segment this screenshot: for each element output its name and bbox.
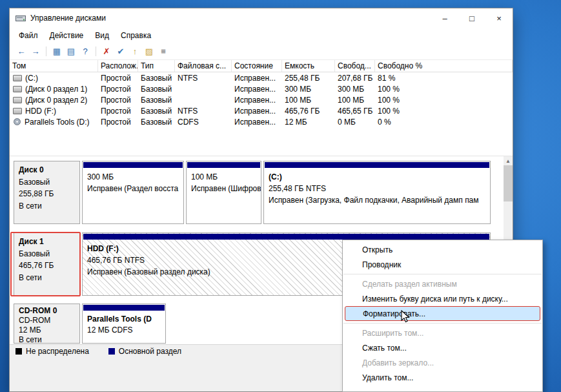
partition-header-strip bbox=[265, 162, 489, 168]
console-tree-icon[interactable]: ▦ bbox=[50, 45, 63, 58]
column-header-type[interactable]: Тип bbox=[138, 60, 175, 72]
toolbar-separator bbox=[96, 46, 96, 56]
cell-filesystem: NTFS bbox=[175, 107, 232, 116]
cell-free: 0 МБ bbox=[335, 118, 375, 127]
partition-efi[interactable]: 100 МБ Исправен (Шифров bbox=[186, 161, 261, 224]
properties-icon[interactable]: ▤ bbox=[65, 45, 77, 58]
cell-capacity: 100 МБ bbox=[282, 96, 335, 105]
partition-status: Исправен (Раздел восста bbox=[87, 183, 179, 194]
column-header-capacity[interactable]: Емкость bbox=[282, 60, 335, 72]
volume-name: (C:) bbox=[25, 74, 38, 83]
disk-info-panel[interactable]: Диск 1 Базовый 465,76 ГБ В сети bbox=[14, 232, 80, 296]
cell-layout: Простой bbox=[98, 96, 138, 105]
volume-icon bbox=[13, 75, 22, 81]
check-icon[interactable]: ✔ bbox=[114, 45, 127, 58]
menu-item-open[interactable]: Открыть bbox=[343, 242, 542, 257]
legend-swatch-primary bbox=[108, 348, 115, 355]
forward-icon[interactable]: → bbox=[29, 45, 42, 58]
disk-kind: Базовый bbox=[19, 248, 75, 260]
help-icon[interactable]: ? bbox=[79, 45, 92, 58]
partition-size: 12 МБ CDFS bbox=[87, 325, 161, 336]
cell-type: Базовый bbox=[138, 85, 175, 94]
partition-parallels[interactable]: Parallels Tools (D 12 МБ CDFS bbox=[82, 304, 166, 344]
column-header-free-pct[interactable]: Свободно % bbox=[375, 60, 513, 72]
menu-separator bbox=[343, 323, 542, 324]
volume-icon bbox=[13, 86, 22, 92]
volume-icon bbox=[13, 108, 22, 114]
cell-capacity: 12 МБ bbox=[282, 118, 335, 127]
partition-header-strip bbox=[83, 305, 165, 311]
cell-layout: Простой bbox=[98, 85, 138, 94]
minimize-button[interactable]: – bbox=[431, 8, 458, 28]
disk-info-panel[interactable]: Диск 0 Базовый 255,88 ГБ В сети bbox=[14, 161, 80, 224]
column-header-free[interactable]: Свобод... bbox=[335, 60, 375, 72]
column-header-layout[interactable]: Располож... bbox=[98, 60, 138, 72]
desktop-background: Управление дисками – □ × Файл Действие В… bbox=[0, 0, 561, 392]
menu-help[interactable]: Справка bbox=[115, 29, 157, 42]
toolbar: ← → ▦ ▤ ? ✗ ✔ ↑ ▨ ≡ bbox=[10, 43, 513, 60]
cell-type: Базовый bbox=[138, 74, 175, 83]
menu-item-explorer[interactable]: Проводник bbox=[343, 257, 542, 272]
partition-recovery[interactable]: 300 МБ Исправен (Раздел восста bbox=[82, 161, 184, 224]
volume-name: (Диск 0 раздел 2) bbox=[25, 96, 87, 105]
column-header-filesystem[interactable]: Файловая с... bbox=[175, 60, 232, 72]
table-row[interactable]: Parallels Tools (D:) Простой Базовый CDF… bbox=[10, 116, 513, 127]
legend-swatch-unallocated bbox=[15, 348, 22, 355]
cell-status: Исправен... bbox=[232, 85, 282, 94]
cell-status: Исправен... bbox=[232, 118, 282, 127]
menu-view[interactable]: Вид bbox=[89, 29, 115, 42]
cell-status: Исправен... bbox=[232, 107, 282, 116]
column-header-volume[interactable]: Том bbox=[10, 60, 98, 72]
cell-status: Исправен... bbox=[232, 96, 282, 105]
disk-status: В сети bbox=[19, 335, 75, 345]
menu-item-delete-volume[interactable]: Удалить том... bbox=[343, 370, 542, 385]
volume-name: HDD (F:) bbox=[25, 107, 56, 116]
partition-title: Parallels Tools (D bbox=[87, 314, 161, 325]
mouse-cursor bbox=[401, 310, 410, 325]
volume-list-header: Том Располож... Тип Файловая с... Состоя… bbox=[10, 60, 513, 72]
menu-item-change-letter[interactable]: Изменить букву диска или путь к диску... bbox=[343, 291, 542, 306]
scroll-up-icon[interactable]: ▲ bbox=[504, 156, 513, 165]
menu-bar: Файл Действие Вид Справка bbox=[10, 28, 513, 43]
menu-item-format[interactable]: Форматировать... bbox=[345, 306, 540, 321]
partition-status: Исправен (Шифров bbox=[191, 183, 256, 194]
up-arrow-icon[interactable]: ↑ bbox=[128, 45, 141, 58]
list-icon[interactable]: ≡ bbox=[157, 45, 170, 58]
back-icon[interactable]: ← bbox=[15, 45, 28, 58]
cell-filesystem: CDFS bbox=[175, 118, 232, 127]
column-header-status[interactable]: Состояние bbox=[232, 60, 282, 72]
titlebar: Управление дисками – □ × bbox=[10, 8, 513, 28]
delete-icon[interactable]: ✗ bbox=[100, 45, 113, 58]
volume-list: Том Располож... Тип Файловая с... Состоя… bbox=[10, 60, 513, 127]
menu-action[interactable]: Действие bbox=[44, 29, 90, 42]
cell-capacity: 465,76 ГБ bbox=[282, 107, 335, 116]
table-row[interactable]: (C:) Простой Базовый NTFS Исправен... 25… bbox=[10, 72, 513, 83]
cell-free-pct: 0 % bbox=[375, 118, 513, 127]
table-row[interactable]: (Диск 0 раздел 1) Простой Базовый Исправ… bbox=[10, 83, 513, 94]
cell-type: Базовый bbox=[138, 118, 175, 127]
menu-file[interactable]: Файл bbox=[13, 29, 44, 42]
app-icon bbox=[15, 14, 26, 23]
legend-label: Основной раздел bbox=[119, 347, 181, 356]
folder-icon[interactable]: ▨ bbox=[143, 45, 156, 58]
window-controls: – □ × bbox=[431, 8, 513, 28]
disk-kind: Базовый bbox=[19, 176, 75, 189]
volume-name: Parallels Tools (D:) bbox=[25, 118, 89, 127]
table-row[interactable]: (Диск 0 раздел 2) Простой Базовый Исправ… bbox=[10, 94, 513, 105]
cell-free-pct: 100 % bbox=[375, 96, 513, 105]
partition-size: 255,48 ГБ NTFS bbox=[269, 183, 485, 194]
scrollbar-thumb[interactable] bbox=[504, 165, 513, 201]
menu-item-shrink[interactable]: Сжать том... bbox=[343, 340, 542, 355]
disk-kind: CD-ROM bbox=[19, 316, 75, 325]
legend-label: Не распределена bbox=[26, 347, 89, 356]
partition-c[interactable]: (C:) 255,48 ГБ NTFS Исправен (Загрузка, … bbox=[263, 161, 491, 224]
disk-info-panel[interactable]: CD-ROM 0 CD-ROM 12 МБ В сети bbox=[14, 304, 80, 344]
close-button[interactable]: × bbox=[485, 8, 513, 28]
cell-free: 100 МБ bbox=[335, 96, 375, 105]
menu-item-extend: Расширить том... bbox=[343, 325, 542, 340]
cell-free: 465,65 ГБ bbox=[335, 107, 375, 116]
table-row[interactable]: HDD (F:) Простой Базовый NTFS Исправен..… bbox=[10, 105, 513, 116]
maximize-button[interactable]: □ bbox=[458, 8, 485, 28]
disk-status: В сети bbox=[19, 272, 75, 284]
disk-row-0: Диск 0 Базовый 255,88 ГБ В сети 300 МБ И… bbox=[14, 161, 491, 224]
